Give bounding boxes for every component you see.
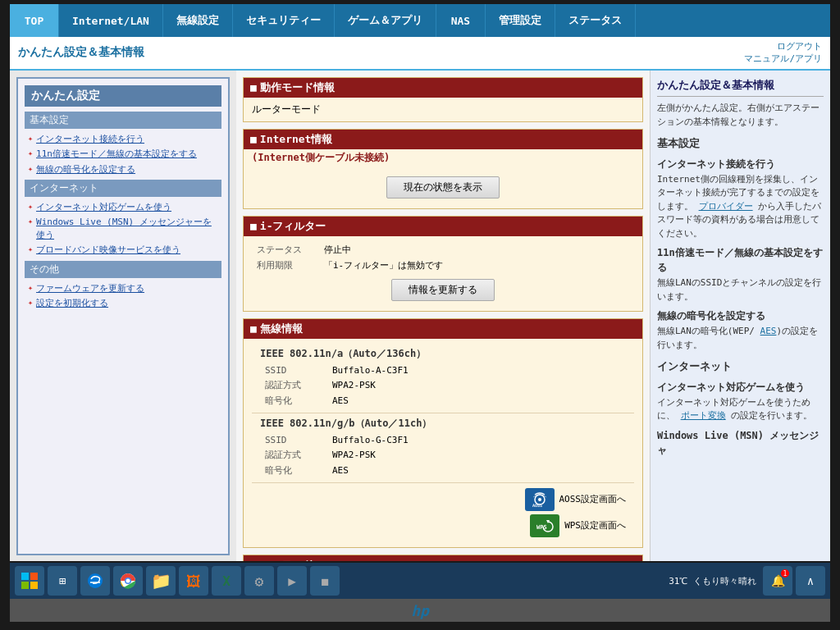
table-row: 利用期限 「i-フィルター」は無効です	[253, 258, 632, 272]
band2-ssid-value: Buffalo-G-C3F1	[329, 434, 624, 446]
show-current-status-button[interactable]: 現在の状態を表示	[386, 176, 500, 199]
nav-games-apps[interactable]: ゲーム＆アプリ	[335, 4, 436, 37]
aoss-button[interactable]: AOSS AOSS設定画面へ	[525, 488, 627, 511]
band2-enc-label: 暗号化	[262, 463, 327, 477]
rs-item-body-2: 無線LANのSSIDとチャンネルの設定を行います。	[657, 276, 824, 304]
rs-item-title-3: 無線の暗号化を設定する	[657, 308, 824, 323]
nav-admin[interactable]: 管理設定	[486, 4, 555, 37]
page-header: かんたん設定＆基本情報 ログアウト マニュアル/アプリ	[10, 37, 830, 71]
nav-top[interactable]: TOP	[10, 4, 59, 37]
list-item: ✦ 設定を初期化する	[25, 296, 221, 310]
chevron-up-button[interactable]: ∧	[796, 566, 825, 596]
nav-status[interactable]: ステータス	[555, 4, 636, 37]
internet-info-title: Internet情報	[244, 130, 642, 149]
wireless-body: IEEE 802.11n/a（Auto／136ch） SSID Buffalo-…	[244, 339, 642, 547]
link-broadband[interactable]: ブロードバンド映像サービスを使う	[36, 244, 180, 256]
link-internet-game[interactable]: インターネット対応ゲームを使う	[36, 201, 171, 213]
ifilter-title: i-フィルター	[244, 217, 642, 236]
link-wireless-encrypt[interactable]: 無線の暗号化を設定する	[36, 163, 135, 176]
svg-point-9	[88, 573, 103, 588]
nav-wireless[interactable]: 無線設定	[163, 4, 233, 37]
svg-rect-7	[21, 582, 29, 589]
main-content: かんたん設定 基本設定 ✦ インターネット接続を行う ✦ 11n倍速モード／無線…	[10, 71, 830, 561]
band1-name: IEEE 802.11n/a（Auto／136ch）	[260, 347, 626, 361]
list-item: ✦ ファームウェアを更新する	[25, 281, 221, 295]
band2-table: SSID Buffalo-G-C3F1 認証方式 WPA2-PSK 暗号化 AE…	[260, 432, 626, 479]
list-item: ✦ ブロードバンド映像サービスを使う	[25, 243, 221, 257]
wps-label: WPS設定画面へ	[564, 519, 626, 532]
header-links: ログアウト マニュアル/アプリ	[744, 40, 822, 66]
chrome-button[interactable]	[113, 566, 143, 596]
rs-aes-link[interactable]: AES	[760, 326, 777, 336]
sidebar-section-internet: インターネット	[25, 180, 221, 197]
list-item: ✦ 無線の暗号化を設定する	[25, 162, 221, 176]
operation-mode-panel: 動作モード情報 ルーターモード	[243, 77, 643, 122]
link-reset[interactable]: 設定を初期化する	[36, 297, 108, 309]
band1-table: SSID Buffalo-A-C3F1 認証方式 WPA2-PSK 暗号化 AE…	[260, 363, 626, 409]
right-sidebar: かんたん設定＆基本情報 左側がかんたん設定。右側がエアステーションの基本情報とな…	[650, 71, 830, 561]
ifilter-status-value: 停止中	[321, 243, 632, 257]
band1-auth-label: 認証方式	[262, 378, 327, 392]
nav-nas[interactable]: NAS	[436, 4, 486, 37]
ifilter-body: ステータス 停止中 利用期限 「i-フィルター」は無効です 情報を更新する	[244, 236, 642, 311]
start-button[interactable]	[15, 566, 44, 596]
app-button[interactable]: ◼	[310, 566, 340, 596]
nav-security[interactable]: セキュリティー	[233, 4, 335, 37]
table-row: 認証方式 WPA2-PSK	[262, 448, 624, 462]
link-firmware[interactable]: ファームウェアを更新する	[36, 282, 144, 294]
media-button[interactable]: ▶	[277, 566, 307, 596]
internet-info-body: 現在の状態を表示	[244, 167, 642, 208]
settings-button[interactable]: ⚙	[244, 566, 274, 596]
rs-port-link[interactable]: ポート変換	[681, 410, 726, 421]
rs-item-title-5: Windows Live (MSN) メッセンジャ	[657, 428, 824, 458]
right-sidebar-desc: 左側がかんたん設定。右側がエアステーションの基本情報となります。	[657, 102, 824, 129]
rs-item-body-3: 無線LANの暗号化(WEP/ AES)の設定を行います。	[657, 325, 824, 352]
link-wireless-basic[interactable]: 11n倍速モード／無線の基本設定をする	[36, 148, 197, 160]
nav-internet-lan[interactable]: Internet/LAN	[59, 4, 163, 37]
svg-point-1	[538, 498, 541, 501]
operation-mode-body: ルーターモード	[244, 98, 642, 121]
logout-link[interactable]: ログアウト	[777, 41, 822, 52]
eco-mode-panel: エコモード ステータス スケジュール機能無効 情報を更新する	[243, 555, 643, 561]
taskview-button[interactable]: ⊞	[48, 566, 77, 596]
ifilter-panel: i-フィルター ステータス 停止中 利用期限 「i-フィルター」は無効です	[243, 216, 643, 312]
svg-text:WPS: WPS	[536, 524, 547, 531]
wps-button[interactable]: WPS WPS設定画面へ	[530, 514, 626, 537]
link-internet-connect[interactable]: インターネット接続を行う	[36, 133, 144, 145]
bullet-icon: ✦	[28, 217, 33, 226]
excel-button[interactable]: X	[212, 566, 241, 596]
table-row: SSID Buffalo-G-C3F1	[262, 434, 624, 446]
rs-item-text-3a: 無線LANの暗号化(WEP/	[657, 326, 760, 336]
sidebar-title: かんたん設定	[25, 85, 221, 107]
sidebar-section-basic: 基本設定	[25, 112, 221, 129]
rs-item-body-1: Internet側の回線種別を採集し、インターネット接続が完了するまでの設定をし…	[657, 173, 824, 241]
wps-icon: WPS	[530, 514, 559, 537]
top-navigation: TOP Internet/LAN 無線設定 セキュリティー ゲーム＆アプリ NA…	[10, 4, 830, 37]
edge-button[interactable]	[80, 566, 110, 596]
weather-display: 31℃ くもり時々晴れ	[669, 575, 756, 587]
photos-button[interactable]: 🖼	[179, 566, 208, 596]
table-row: 暗号化 AES	[262, 394, 624, 408]
band1-ssid-label: SSID	[262, 364, 327, 377]
center-content: 動作モード情報 ルーターモード Internet情報 (Internet側ケーブ…	[236, 71, 650, 561]
bullet-icon: ✦	[28, 134, 33, 143]
ifilter-status-label: ステータス	[253, 243, 319, 257]
bullet-icon: ✦	[28, 244, 33, 253]
table-row: SSID Buffalo-A-C3F1	[262, 364, 624, 377]
wireless-band1: IEEE 802.11n/a（Auto／136ch） SSID Buffalo-…	[252, 344, 634, 413]
rs-provider-link[interactable]: プロバイダー	[699, 201, 753, 212]
files-button[interactable]: 📁	[146, 566, 176, 596]
link-msn[interactable]: Windows Live (MSN) メッセンジャーを使う	[36, 216, 218, 241]
list-item: ✦ インターネット対応ゲームを使う	[25, 200, 221, 214]
rs-item-body-4: インターネット対応ゲームを使うために、 ポート変換 の設定を行います。	[657, 396, 824, 423]
rs-section-internet: インターネット	[657, 358, 824, 375]
manual-link[interactable]: マニュアル/アプリ	[744, 53, 822, 64]
band2-auth-label: 認証方式	[262, 448, 327, 462]
notification-button[interactable]: 🔔 1	[763, 566, 792, 596]
right-sidebar-title: かんたん設定＆基本情報	[657, 77, 824, 98]
ifilter-update-button[interactable]: 情報を更新する	[391, 279, 495, 301]
svg-rect-5	[21, 573, 29, 580]
bullet-icon: ✦	[28, 298, 33, 307]
ifilter-expire-label: 利用期限	[253, 258, 319, 272]
svg-rect-6	[30, 573, 38, 580]
